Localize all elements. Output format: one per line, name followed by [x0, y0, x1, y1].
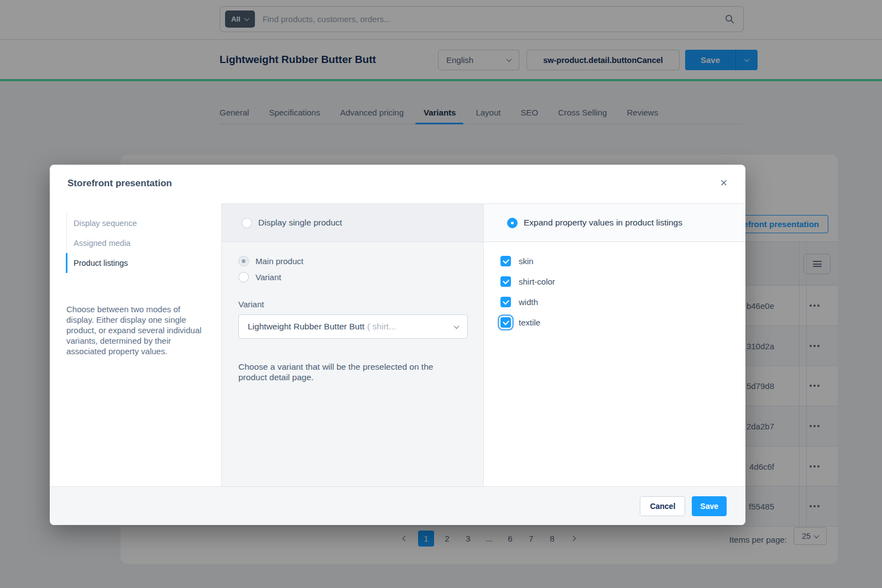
skin-checkbox[interactable] — [500, 256, 511, 266]
shirt-color-checkbox[interactable] — [500, 276, 511, 287]
modal-body: Display sequence Assigned media Product … — [50, 203, 745, 486]
property-option-textile[interactable]: textile — [500, 317, 745, 328]
property-option-shirt-color[interactable]: shirt-color — [500, 276, 745, 287]
nav-item-assigned-media[interactable]: Assigned media — [67, 233, 206, 253]
expand-properties-radio[interactable] — [507, 218, 518, 228]
textile-label: textile — [519, 318, 540, 327]
nav-item-display-sequence[interactable]: Display sequence — [67, 213, 206, 233]
modal-cancel-button[interactable]: Cancel — [640, 496, 685, 516]
main-product-radio[interactable] — [238, 256, 249, 266]
variant-select[interactable]: Lightweight Rubber Butter Butt ( shirt..… — [238, 314, 468, 339]
property-option-skin[interactable]: skin — [500, 256, 745, 266]
display-single-product-label: Display single product — [258, 218, 342, 228]
storefront-presentation-modal: Storefront presentation ✕ Display sequen… — [50, 165, 745, 525]
nav-item-product-listings[interactable]: Product listings — [67, 253, 206, 273]
modal-save-button[interactable]: Save — [692, 496, 727, 516]
variant-select-value: Lightweight Rubber Butter Butt — [248, 322, 364, 332]
property-checkbox-list: skin shirt-color width textile — [484, 242, 745, 328]
width-checkbox[interactable] — [500, 297, 511, 307]
expand-properties-panel: Expand property values in product listin… — [484, 203, 745, 486]
expand-properties-header[interactable]: Expand property values in product listin… — [484, 204, 745, 242]
chevron-down-icon — [454, 323, 460, 329]
variant-help-text: Choose a variant that will be the presel… — [238, 361, 455, 382]
modal-sidebar: Display sequence Assigned media Product … — [50, 203, 221, 486]
single-product-panel: Display single product Main product Vari… — [221, 203, 484, 486]
skin-label: skin — [519, 256, 534, 266]
shirt-color-label: shirt-color — [519, 277, 555, 286]
close-icon[interactable]: ✕ — [720, 177, 728, 189]
modal-nav: Display sequence Assigned media Product … — [66, 213, 206, 273]
modal-footer: Cancel Save — [50, 486, 745, 525]
app-root: All Lightweight Rubber Butter Butt Engli… — [0, 0, 882, 588]
modal-title: Storefront presentation — [67, 178, 172, 189]
property-option-width[interactable]: width — [500, 297, 745, 307]
variant-select-value-suffix: ( shirt... — [367, 322, 396, 332]
expand-properties-label: Expand property values in product listin… — [524, 218, 682, 228]
width-label: width — [519, 297, 538, 307]
variant-radio[interactable] — [238, 272, 249, 282]
main-product-option[interactable]: Main product — [238, 256, 467, 266]
display-single-product-radio[interactable] — [242, 218, 252, 228]
main-product-label: Main product — [255, 256, 304, 266]
variant-option[interactable]: Variant — [238, 272, 467, 282]
modal-header: Storefront presentation ✕ — [50, 165, 745, 203]
variant-field-label: Variant — [238, 300, 467, 309]
single-product-body: Main product Variant Variant Lightweight… — [222, 242, 483, 382]
textile-checkbox[interactable] — [500, 317, 511, 328]
mode-description: Choose between two modes of display. Eit… — [66, 304, 208, 356]
variant-radio-label: Variant — [255, 272, 281, 282]
single-product-header[interactable]: Display single product — [222, 204, 483, 242]
